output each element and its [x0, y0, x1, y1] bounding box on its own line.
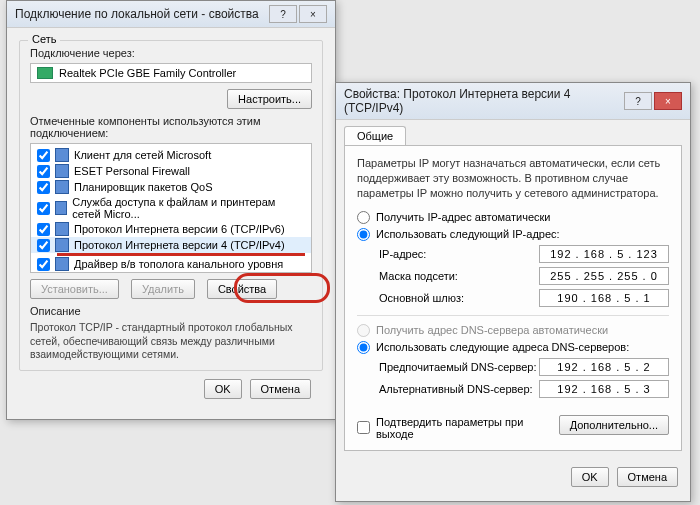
advanced-button[interactable]: Дополнительно... [559, 415, 669, 435]
component-icon [55, 180, 69, 194]
window-title: Подключение по локальной сети - свойства [15, 7, 259, 21]
remove-button[interactable]: Удалить [131, 279, 195, 299]
description-title: Описание [30, 305, 312, 317]
ok-button[interactable]: OK [571, 467, 609, 487]
confirm-on-exit[interactable]: Подтвердить параметры при выходе [357, 416, 559, 440]
dns2-label: Альтернативный DNS-сервер: [379, 383, 533, 395]
radio-auto-dns: Получить адрес DNS-сервера автоматически [357, 324, 669, 337]
intro-text: Параметры IP могут назначаться автоматич… [357, 156, 669, 201]
list-item[interactable]: ESET Personal Firewall [31, 163, 311, 179]
list-item[interactable]: Служба доступа к файлам и принтерам сете… [31, 195, 311, 221]
component-icon [55, 164, 69, 178]
components-list[interactable]: Клиент для сетей Microsoft ESET Personal… [30, 143, 312, 273]
lan-properties-window: Подключение по локальной сети - свойства… [6, 0, 336, 420]
help-button[interactable]: ? [269, 5, 297, 23]
components-label: Отмеченные компоненты используются этим … [30, 115, 312, 139]
dns2-input[interactable]: 192 . 168 . 5 . 3 [539, 380, 669, 398]
ok-button[interactable]: OK [204, 379, 242, 399]
gateway-input[interactable]: 190 . 168 . 5 . 1 [539, 289, 669, 307]
radio-manual-ip[interactable]: Использовать следующий IP-адрес: [357, 228, 669, 241]
close-button[interactable]: × [299, 5, 327, 23]
description-text: Протокол TCP/IP - стандартный протокол г… [30, 321, 312, 362]
list-item[interactable]: Драйвер в/в тополога канального уровня [31, 256, 311, 272]
ipv4-properties-window: Свойства: Протокол Интернета версии 4 (T… [335, 82, 691, 502]
checkbox[interactable] [37, 239, 50, 252]
gateway-label: Основной шлюз: [379, 292, 464, 304]
checkbox[interactable] [37, 149, 50, 162]
properties-button[interactable]: Свойства [207, 279, 277, 299]
checkbox[interactable] [37, 202, 50, 215]
component-icon [55, 222, 69, 236]
component-icon [55, 201, 67, 215]
nic-icon [37, 67, 53, 79]
component-icon [55, 148, 69, 162]
adapter-name: Realtek PCIe GBE Family Controller [59, 67, 236, 79]
list-item[interactable]: Клиент для сетей Microsoft [31, 147, 311, 163]
list-item-ipv4[interactable]: Протокол Интернета версии 4 (TCP/IPv4) [31, 237, 311, 253]
mask-input[interactable]: 255 . 255 . 255 . 0 [539, 267, 669, 285]
window-title: Свойства: Протокол Интернета версии 4 (T… [344, 87, 624, 115]
install-button[interactable]: Установить... [30, 279, 119, 299]
list-item[interactable]: Протокол Интернета версии 6 (TCP/IPv6) [31, 221, 311, 237]
radio-manual-dns[interactable]: Использовать следующие адреса DNS-сервер… [357, 341, 669, 354]
tab-network[interactable]: Сеть [28, 33, 60, 45]
titlebar: Свойства: Протокол Интернета версии 4 (T… [336, 83, 690, 120]
component-icon [55, 257, 69, 271]
ip-input[interactable]: 192 . 168 . 5 . 123 [539, 245, 669, 263]
checkbox[interactable] [37, 181, 50, 194]
list-item[interactable]: Планировщик пакетов QoS [31, 179, 311, 195]
cancel-button[interactable]: Отмена [250, 379, 311, 399]
tab-general[interactable]: Общие [344, 126, 406, 145]
adapter-field[interactable]: Realtek PCIe GBE Family Controller [30, 63, 312, 83]
help-button[interactable]: ? [624, 92, 652, 110]
checkbox[interactable] [37, 165, 50, 178]
list-item[interactable]: Ответчик обнаружения топологии канальног… [31, 272, 311, 273]
configure-button[interactable]: Настроить... [227, 89, 312, 109]
radio-auto-ip[interactable]: Получить IP-адрес автоматически [357, 211, 669, 224]
dns1-input[interactable]: 192 . 168 . 5 . 2 [539, 358, 669, 376]
titlebar: Подключение по локальной сети - свойства… [7, 1, 335, 28]
mask-label: Маска подсети: [379, 270, 458, 282]
component-icon [55, 238, 69, 252]
ip-label: IP-адрес: [379, 248, 426, 260]
cancel-button[interactable]: Отмена [617, 467, 678, 487]
close-button[interactable]: × [654, 92, 682, 110]
checkbox[interactable] [37, 258, 50, 271]
dns1-label: Предпочитаемый DNS-сервер: [379, 361, 536, 373]
checkbox[interactable] [37, 223, 50, 236]
connect-via-label: Подключение через: [30, 47, 312, 59]
